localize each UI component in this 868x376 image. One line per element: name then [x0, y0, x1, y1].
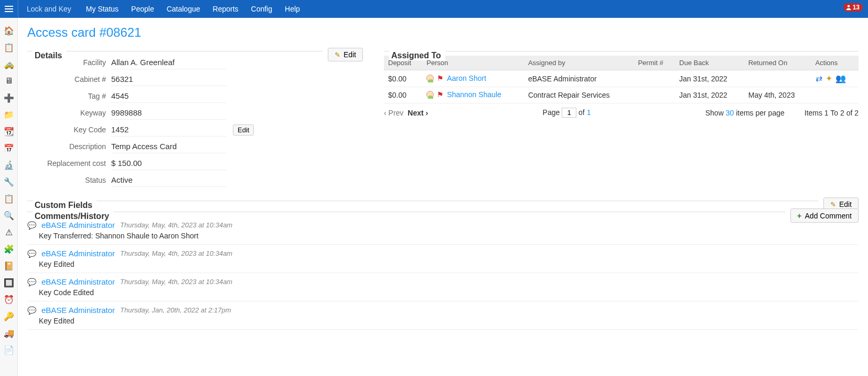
col-assignedby[interactable]: Assigned by	[524, 56, 634, 70]
comment-author[interactable]: eBASE Administrator	[41, 249, 115, 258]
cell-assignedby: Contract Repair Services	[524, 87, 634, 103]
sidebar-item-screen[interactable]: 🖥	[0, 72, 18, 89]
col-permit[interactable]: Permit #	[634, 56, 675, 70]
pager-show-prefix: Show	[705, 109, 724, 117]
return-icon[interactable]: ✦	[826, 74, 832, 83]
label-replacement: Replacement cost	[27, 159, 111, 168]
comment-item: 💬eBASE AdministratorThursday, May, 4th, …	[27, 273, 859, 301]
pager-perpage[interactable]: 30	[726, 109, 734, 117]
nav-help[interactable]: Help	[278, 0, 306, 18]
sidebar-item-puzzle[interactable]: 🧩	[0, 241, 18, 257]
comment-icon: 💬	[27, 278, 36, 286]
comment-timestamp: Thursday, May, 4th, 2023 at 10:34am	[120, 221, 232, 229]
cell-dueback: Jan 31st, 2022	[675, 87, 744, 103]
sidebar-item-list[interactable]: 📋	[0, 190, 18, 207]
svg-rect-0	[5, 6, 13, 7]
pager-of: of	[578, 108, 585, 117]
hamburger-menu-icon[interactable]	[0, 0, 18, 18]
value-keyway: 9989888	[111, 106, 227, 120]
nav-catalogue[interactable]: Catalogue	[160, 0, 207, 18]
pager-total: 1	[587, 108, 591, 117]
col-dueback[interactable]: Due Back	[675, 56, 744, 70]
comment-timestamp: Thursday, Jan, 20th, 2022 at 2:17pm	[120, 306, 231, 314]
comment-author[interactable]: eBASE Administrator	[41, 221, 115, 229]
label-status: Status	[27, 176, 111, 184]
flag-icon: ⚑	[437, 74, 444, 82]
comment-item: 💬eBASE AdministratorThursday, May, 4th, …	[27, 216, 859, 245]
assigned-table: Deposit Person Assigned by Permit # Due …	[384, 56, 859, 103]
nav-reports[interactable]: Reports	[207, 0, 245, 18]
value-status: Active	[111, 173, 227, 187]
reassign-icon[interactable]: 👥	[835, 74, 846, 83]
comment-timestamp: Thursday, May, 4th, 2023 at 10:34am	[120, 249, 232, 257]
sidebar-item-search[interactable]: 🔍	[0, 207, 18, 224]
cell-returned: May 4th, 2023	[744, 87, 811, 103]
cell-deposit: $0.00	[384, 70, 422, 87]
notification-badge[interactable]: 13	[843, 3, 863, 12]
label-tag: Tag #	[27, 92, 111, 100]
sidebar-item-doc[interactable]: 📄	[0, 341, 18, 358]
comment-icon: 💬	[27, 249, 36, 258]
nav-config[interactable]: Config	[245, 0, 278, 18]
label-cabinet: Cabinet #	[27, 75, 111, 83]
value-replacement: $ 150.00	[111, 156, 227, 170]
comment-body: Key Edited	[39, 317, 859, 325]
topbar: Lock and Key My Status People Catalogue …	[0, 0, 868, 18]
pager-page-input[interactable]	[562, 108, 576, 118]
sidebar-item-wrench[interactable]: 🔧	[0, 173, 18, 190]
svg-point-3	[847, 5, 850, 8]
sidebar-item-warn[interactable]: ⚠	[0, 224, 18, 241]
pager-show-suffix: items per page	[736, 109, 785, 117]
sidebar-item-scope[interactable]: 🔬	[0, 156, 18, 173]
col-actions[interactable]: Actions	[811, 56, 859, 70]
sidebar-item-clipboard[interactable]: 📋	[0, 39, 18, 56]
cell-permit	[634, 70, 675, 87]
sidebar-item-cal1[interactable]: 📆	[0, 123, 18, 140]
comment-icon: 💬	[27, 306, 36, 315]
sidebar-item-home[interactable]: 🏠	[0, 22, 18, 39]
transfer-icon[interactable]: ⇄	[816, 74, 822, 83]
pencil-icon	[335, 50, 340, 59]
sidebar-item-book[interactable]: 📔	[0, 257, 18, 274]
pager-next[interactable]: Next ›	[408, 109, 428, 117]
label-keycode: Key Code	[27, 126, 111, 134]
person-icon	[426, 91, 434, 98]
sidebar-item-box[interactable]: 🔲	[0, 274, 18, 291]
comment-timestamp: Thursday, May, 4th, 2023 at 10:34am	[120, 278, 232, 286]
sidebar-item-key[interactable]: 🔑	[0, 308, 18, 325]
sidebar-item-cal2[interactable]: 📅	[0, 140, 18, 156]
pager-prev[interactable]: ‹ Prev	[384, 109, 403, 117]
col-returned[interactable]: Returned On	[744, 56, 811, 70]
nav-people[interactable]: People	[125, 0, 160, 18]
svg-rect-2	[5, 11, 13, 12]
person-icon	[426, 75, 434, 82]
pencil-icon	[830, 200, 836, 208]
notification-count: 13	[853, 4, 860, 11]
sidebar-item-clock[interactable]: ⏰	[0, 291, 18, 308]
value-description: Temp Access Card	[111, 140, 227, 153]
person-link[interactable]: Aaron Short	[447, 74, 486, 82]
person-link[interactable]: Shannon Shaule	[447, 90, 501, 99]
top-nav: My Status People Catalogue Reports Confi…	[80, 0, 306, 18]
brand-label: Lock and Key	[18, 5, 80, 13]
custom-fields-title: Custom Fields	[33, 201, 97, 210]
cell-assignedby: eBASE Administrator	[524, 70, 634, 87]
label-keyway: Keyway	[27, 109, 111, 117]
details-edit-button[interactable]: Edit	[328, 48, 363, 61]
flag-icon: ⚑	[437, 90, 444, 99]
value-cabinet: 56321	[111, 72, 227, 86]
cell-deposit: $0.00	[384, 87, 422, 103]
comment-author[interactable]: eBASE Administrator	[41, 306, 115, 315]
sidebar: 🏠 📋 🚕 🖥 ➕ 📁 📆 📅 🔬 🔧 📋 🔍 ⚠ 🧩 📔 🔲 ⏰ 🔑 🚚 📄	[0, 18, 18, 376]
sidebar-item-vehicle[interactable]: 🚕	[0, 56, 18, 72]
svg-rect-1	[5, 8, 13, 9]
add-comment-button[interactable]: Add Comment	[790, 208, 859, 223]
pager-range: Items 1 To 2 of 2	[805, 109, 859, 117]
nav-my-status[interactable]: My Status	[80, 0, 125, 18]
sidebar-item-folder[interactable]: 📁	[0, 106, 18, 123]
sidebar-item-add[interactable]: ➕	[0, 89, 18, 106]
comment-item: 💬eBASE AdministratorThursday, Jan, 20th,…	[27, 301, 859, 330]
comment-author[interactable]: eBASE Administrator	[41, 277, 115, 286]
keycode-edit-button[interactable]: Edit	[233, 124, 254, 135]
sidebar-item-truck[interactable]: 🚚	[0, 325, 18, 341]
